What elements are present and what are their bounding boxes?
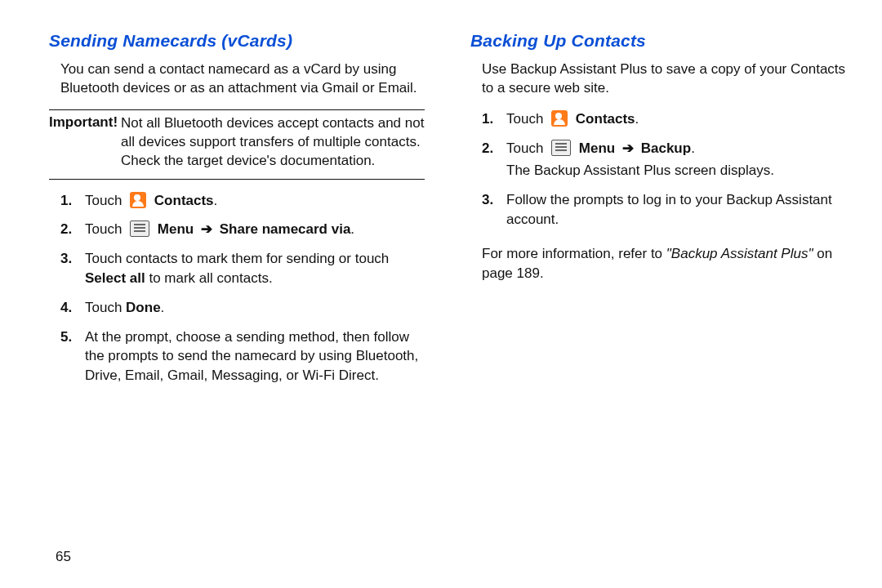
step-text: to mark all contacts. — [145, 270, 273, 286]
step-text: Touch — [85, 221, 122, 237]
step-2: Touch Menu ➔ Backup. The Backup Assistan… — [482, 139, 846, 191]
step-subtext: The Backup Assistant Plus screen display… — [506, 161, 846, 180]
step-text: . — [350, 221, 354, 237]
important-text: Not all Bluetooth devices accept contact… — [121, 114, 425, 171]
important-box: Important! Not all Bluetooth devices acc… — [49, 109, 425, 180]
left-column: Sending Namecards (vCards) You can send … — [49, 31, 425, 562]
menu-icon — [551, 140, 571, 156]
steps-list-left: Touch Contacts. Touch Menu ➔ Share namec… — [60, 191, 425, 395]
steps-list-right: Touch Contacts. Touch Menu ➔ Backup. The… — [482, 109, 846, 239]
arrow-icon: ➔ — [201, 221, 212, 237]
section-heading-backup: Backing Up Contacts — [470, 31, 846, 51]
page-number: 65 — [56, 549, 71, 565]
important-label: Important! — [49, 114, 118, 130]
step-bold: Menu — [579, 140, 615, 156]
step-2: Touch Menu ➔ Share namecard via. — [60, 220, 425, 249]
step-text: Touch — [506, 111, 543, 127]
step-bold: Select all — [85, 270, 145, 286]
step-text: Touch — [506, 140, 543, 156]
contacts-icon — [551, 110, 568, 127]
step-bold: Contacts — [154, 193, 214, 208]
contacts-icon — [130, 192, 146, 208]
step-text: Touch — [85, 300, 126, 315]
step-bold: Backup — [641, 140, 691, 156]
arrow-icon: ➔ — [622, 140, 634, 156]
menu-icon — [130, 220, 149, 237]
step-text: . — [161, 300, 165, 315]
step-3: Touch contacts to mark them for sending … — [60, 249, 425, 298]
right-column: Backing Up Contacts Use Backup Assistant… — [470, 31, 846, 562]
step-text: Touch contacts to mark them for sending … — [85, 251, 389, 266]
step-text: . — [635, 111, 639, 127]
ref-italic: "Backup Assistant Plus" — [666, 246, 813, 261]
section-heading-sending: Sending Namecards (vCards) — [49, 31, 425, 51]
step-text: Touch — [85, 193, 122, 208]
manual-page: Sending Namecards (vCards) You can send … — [0, 0, 882, 588]
step-1: Touch Contacts. — [60, 191, 425, 220]
step-text: . — [214, 193, 218, 208]
step-bold: Share namecard via — [220, 221, 351, 237]
step-text: . — [691, 140, 695, 156]
step-bold: Contacts — [576, 111, 635, 127]
step-bold: Done — [126, 300, 161, 315]
step-bold: Menu — [158, 221, 194, 237]
step-1: Touch Contacts. — [482, 109, 846, 139]
cross-reference: For more information, refer to "Backup A… — [482, 244, 846, 283]
intro-text: Use Backup Assistant Plus to save a copy… — [482, 60, 846, 98]
intro-text: You can send a contact namecard as a vCa… — [60, 60, 425, 98]
ref-text: For more information, refer to — [482, 246, 666, 261]
step-4: Touch Done. — [60, 298, 425, 327]
step-5: At the prompt, choose a sending method, … — [60, 327, 425, 395]
step-3: Follow the prompts to log in to your Bac… — [482, 190, 846, 239]
